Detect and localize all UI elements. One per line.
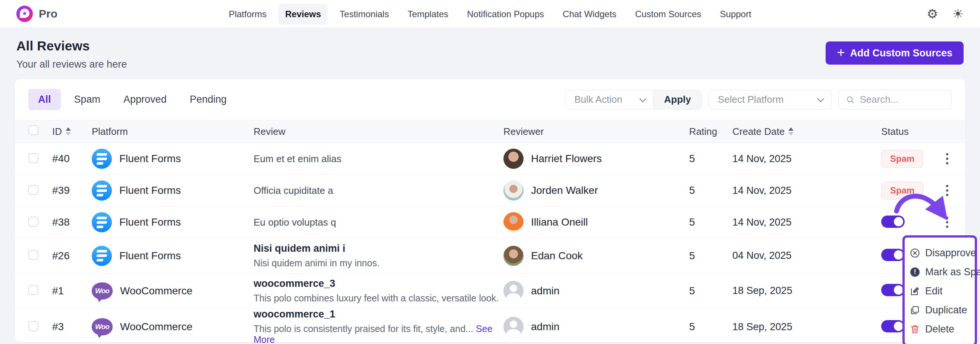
rating-value: 5: [689, 153, 732, 165]
topbar: ★ Pro Platforms Reviews Testimonials Tem…: [0, 0, 980, 28]
fluent-forms-icon: [92, 181, 112, 201]
reviewer-name: Harriet Flowers: [531, 153, 602, 165]
app-logo-icon: ★: [16, 6, 33, 22]
search-input[interactable]: [859, 94, 944, 105]
woocommerce-icon: Woo: [92, 282, 113, 299]
nav-item-templates[interactable]: Templates: [401, 4, 455, 25]
bulk-action-select[interactable]: Bulk Action: [565, 90, 653, 109]
tab-all[interactable]: All: [28, 89, 61, 110]
table-row: #3 Woo WooCommerce woocommerce_1 This po…: [15, 309, 965, 344]
status-badge: Spam: [881, 182, 923, 200]
table-row: #40 Fluent Forms Eum et et enim alias Ha…: [15, 143, 965, 175]
status-toggle[interactable]: [881, 320, 905, 333]
reviewer-name: admin: [531, 321, 559, 333]
rating-value: 5: [689, 321, 732, 333]
add-custom-sources-button[interactable]: + Add Custom Sources: [826, 42, 964, 65]
platform-name: Fluent Forms: [119, 250, 181, 262]
tab-approved[interactable]: Approved: [114, 89, 177, 110]
row-checkbox[interactable]: [28, 185, 38, 195]
rating-value: 5: [689, 184, 732, 197]
row-actions-menu: Disapprove ! Mark as Spam Edit Duplicate…: [902, 235, 977, 344]
reviews-toolbar: All Spam Approved Pending Bulk Action Ap…: [15, 79, 965, 120]
menu-item-duplicate[interactable]: Duplicate: [905, 301, 975, 320]
status-toggle[interactable]: [881, 284, 905, 296]
settings-gear-icon[interactable]: ⚙: [927, 8, 938, 20]
status-toggle[interactable]: [881, 216, 905, 228]
review-id: #39: [52, 184, 92, 197]
chevron-down-icon: [817, 95, 824, 102]
review-text: This polo combines luxury feel with a cl…: [254, 293, 503, 304]
nav-item-reviews[interactable]: Reviews: [278, 4, 328, 25]
rating-value: 5: [689, 285, 732, 297]
platform-name: Fluent Forms: [119, 216, 181, 228]
select-platform-dropdown[interactable]: Select Platform: [708, 90, 832, 109]
review-id: #26: [52, 250, 92, 262]
status-toggle[interactable]: [881, 249, 905, 261]
select-all-checkbox[interactable]: [28, 125, 38, 135]
page-subtitle: Your all reviews are here: [16, 59, 127, 70]
row-checkbox[interactable]: [28, 250, 38, 260]
reviewer-name: Jorden Walker: [531, 184, 598, 197]
row-checkbox[interactable]: [28, 217, 38, 227]
table-row: #1 Woo WooCommerce woocommerce_3 This po…: [15, 274, 965, 309]
platform-name: WooCommerce: [120, 285, 192, 297]
review-id: #38: [52, 216, 92, 228]
table-header: ID Platform Review Reviewer Rating Creat…: [15, 120, 965, 143]
row-checkbox[interactable]: [28, 285, 38, 295]
avatar: [503, 281, 523, 301]
woocommerce-icon: Woo: [92, 318, 113, 335]
column-header-status: Status: [881, 126, 940, 138]
nav-item-platforms[interactable]: Platforms: [222, 4, 273, 25]
avatar: [503, 317, 523, 337]
reviewer-name: admin: [531, 285, 559, 297]
brand: ★ Pro: [16, 6, 57, 22]
nav-item-support[interactable]: Support: [713, 4, 758, 25]
column-header-id[interactable]: ID: [52, 126, 92, 138]
nav-item-testimonials[interactable]: Testimonials: [333, 4, 396, 25]
row-checkbox[interactable]: [28, 321, 38, 331]
review-title: Nisi quidem animi i: [254, 243, 503, 254]
row-checkbox[interactable]: [28, 153, 38, 163]
platform-name: WooCommerce: [120, 321, 192, 333]
brand-label: Pro: [39, 8, 57, 20]
duplicate-icon: [910, 305, 920, 315]
tab-spam[interactable]: Spam: [65, 89, 110, 110]
row-actions-kebab[interactable]: [940, 151, 955, 166]
apply-button[interactable]: Apply: [653, 90, 702, 109]
fluent-forms-icon: [92, 246, 112, 266]
nav-item-custom-sources[interactable]: Custom Sources: [628, 4, 708, 25]
nav-item-chat-widgets[interactable]: Chat Widgets: [556, 4, 623, 25]
table-row: #38 Fluent Forms Eu optio voluptas q Ill…: [15, 206, 965, 238]
edit-pencil-icon: [910, 286, 920, 296]
platform-name: Fluent Forms: [119, 153, 181, 165]
main-nav: Platforms Reviews Testimonials Templates…: [222, 0, 758, 28]
review-text: Eum et et enim alias: [254, 153, 342, 164]
table-row: #39 Fluent Forms Officia cupiditate a Jo…: [15, 175, 965, 206]
row-actions-kebab[interactable]: [940, 182, 955, 198]
tab-pending[interactable]: Pending: [180, 89, 236, 110]
create-date: 04 Nov, 2025: [732, 250, 881, 261]
reviews-card: All Spam Approved Pending Bulk Action Ap…: [15, 79, 965, 342]
menu-item-mark-as-spam[interactable]: ! Mark as Spam: [905, 262, 975, 282]
menu-item-edit[interactable]: Edit: [905, 282, 975, 301]
status-badge: Spam: [881, 150, 923, 168]
review-title: woocommerce_1: [254, 309, 503, 320]
column-header-rating: Rating: [689, 126, 732, 138]
create-date: 18 Sep, 2025: [732, 321, 881, 333]
avatar: [503, 149, 523, 169]
review-id: #1: [52, 285, 92, 297]
review-id: #3: [52, 321, 92, 333]
nav-item-notification-popups[interactable]: Notification Popups: [460, 4, 551, 25]
menu-item-disapprove[interactable]: Disapprove: [905, 243, 975, 262]
chevron-down-icon: [639, 95, 646, 102]
fluent-forms-icon: [92, 149, 112, 169]
light-mode-sun-icon[interactable]: ☀: [952, 8, 964, 20]
avatar: [503, 181, 523, 201]
review-text: Officia cupiditate a: [254, 185, 333, 196]
row-actions-kebab[interactable]: [940, 214, 955, 230]
avatar: [503, 212, 523, 232]
create-date: 14 Nov, 2025: [732, 217, 881, 228]
column-header-create-date[interactable]: Create Date: [732, 126, 881, 138]
menu-item-delete[interactable]: Delete: [905, 320, 975, 339]
exclamation-circle-icon: !: [910, 267, 920, 277]
